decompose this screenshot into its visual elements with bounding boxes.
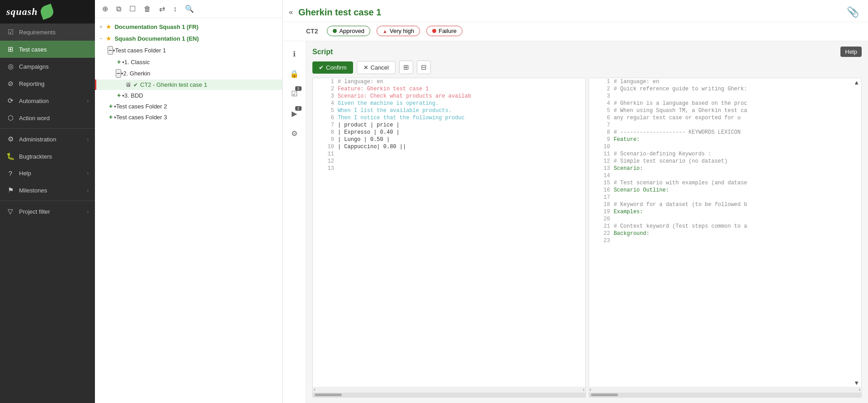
info-icon-btn[interactable]: ℹ xyxy=(286,46,302,62)
ref-scrollbar[interactable] xyxy=(589,393,862,397)
settings-icon-btn[interactable]: ⚙ xyxy=(286,125,302,141)
editor-line: 7 | product | price | xyxy=(313,122,585,129)
sidebar-item-label: Project filter xyxy=(19,208,50,215)
security-icon-btn[interactable]: 🔒 xyxy=(286,66,302,82)
add-folder3-btn[interactable]: + xyxy=(108,113,114,121)
arrow-icon: › xyxy=(87,209,89,214)
sort-tool-btn[interactable]: ↕ xyxy=(171,4,179,14)
code-ref-scroll[interactable]: 1# language: en2# Quick reference guide … xyxy=(589,78,862,387)
result-badge[interactable]: Failure xyxy=(426,26,462,36)
ref-line: 3 xyxy=(589,93,862,100)
editor-scrollbar[interactable] xyxy=(313,393,585,397)
paste-tool-btn[interactable]: ☐ xyxy=(127,4,137,14)
editor-line: 13 xyxy=(313,165,585,172)
failure-dot xyxy=(432,29,436,33)
cancel-btn[interactable]: ✕ Cancel xyxy=(357,61,396,74)
confirm-label: Confirm xyxy=(326,64,347,71)
line-number: 20 xyxy=(589,216,612,223)
add-folder2-btn[interactable]: + xyxy=(108,103,114,110)
sidebar-item-bugtrackters[interactable]: 🐛 Bugtrackters xyxy=(0,148,95,165)
case-meta: CT2 Approved ▲ Very high Failure xyxy=(283,22,868,41)
line-content xyxy=(612,172,861,179)
folder-bdd[interactable]: + ▪ 3. BDD xyxy=(95,90,282,101)
priority-badge[interactable]: ▲ Very high xyxy=(377,26,420,36)
editor-line: 9 | Lungo | 0.50 | xyxy=(313,136,585,143)
scroll-left-arrow[interactable]: ‹ xyxy=(590,387,591,392)
sidebar-item-automation[interactable]: ⟳ Automation › xyxy=(0,92,95,109)
expand-proj1-btn[interactable]: + xyxy=(99,24,102,29)
check-icon-btn[interactable]: ☑ 3 xyxy=(286,85,302,102)
line-content: Given the machine is operating. xyxy=(336,100,585,107)
ref-pane-scroll-down[interactable]: ▼ xyxy=(852,379,861,387)
transfer-tool-btn[interactable]: ⇄ xyxy=(157,4,167,14)
code-editor-scroll[interactable]: 1# language: en2Feature: Gherkin test ca… xyxy=(313,78,585,387)
collapse-tree-btn[interactable]: « xyxy=(289,8,293,16)
confirm-btn[interactable]: ✔ Confirm xyxy=(312,61,353,74)
sidebar-item-administration[interactable]: ⚙ Administration › xyxy=(0,131,95,148)
line-number: 9 xyxy=(313,136,336,143)
scroll-right-arrow[interactable]: › xyxy=(583,387,584,392)
sidebar-item-milestones[interactable]: ⚑ Milestones › xyxy=(0,182,95,199)
line-content xyxy=(336,165,585,172)
case-title: Gherkin test case 1 xyxy=(298,7,381,18)
sidebar-item-help[interactable]: ? Help › xyxy=(0,165,95,182)
editor-line: 10 | Cappuccino| 0.80 || xyxy=(313,143,585,150)
line-content: any regular test case or exported for u xyxy=(612,114,861,122)
folder-gherkin[interactable]: − ▪ 2. Gherkin xyxy=(95,67,282,80)
project-2[interactable]: − ★ Squash Documentation 1 (EN) xyxy=(95,33,282,44)
export-icon-btn[interactable]: ⊟ xyxy=(417,61,431,74)
sidebar-item-label: Action word xyxy=(19,115,50,122)
sidebar-item-reporting[interactable]: ⊘ Reporting xyxy=(0,75,95,92)
ref-pane-scroll-up[interactable]: ▲ xyxy=(852,78,861,87)
line-number: 8 xyxy=(589,129,612,136)
add-bdd-btn[interactable]: + xyxy=(116,92,122,99)
automation-icon: ⟳ xyxy=(6,97,14,105)
sidebar-item-campaigns[interactable]: ◎ Campaigns xyxy=(0,58,95,75)
line-number: 7 xyxy=(313,122,336,129)
expand-gherkin-btn[interactable]: − xyxy=(116,69,121,78)
search-tool-btn[interactable]: 🔍 xyxy=(183,4,196,14)
delete-tool-btn[interactable]: 🗑 xyxy=(142,4,153,14)
sidebar-item-test-cases[interactable]: ⊞ Test cases xyxy=(0,41,95,58)
ref-scrollbar-thumb xyxy=(591,394,618,396)
sidebar-item-action-word[interactable]: ⬡ Action word xyxy=(0,109,95,127)
line-number: 14 xyxy=(589,172,612,179)
add-tool-btn[interactable]: ⊕ xyxy=(100,4,110,14)
sidebar-item-label: Reporting xyxy=(19,80,44,87)
expand-folder1-btn[interactable]: − xyxy=(108,46,113,55)
sidebar-item-requirements[interactable]: ☑ Requirements xyxy=(0,23,95,41)
test-case-ct2[interactable]: 🖥 ✔ CT2 - Gherkin test case 1 xyxy=(95,80,282,90)
add-classic-btn[interactable]: + xyxy=(116,58,122,66)
ref-line: 5# When using Squash TM, a Gherkin test … xyxy=(589,107,862,114)
project-1[interactable]: + ★ Documentation Squash 1 (FR) xyxy=(95,21,282,33)
line-number: 3 xyxy=(313,93,336,100)
import-icon-btn[interactable]: ⊞ xyxy=(399,61,413,74)
scroll-right-arrow[interactable]: › xyxy=(859,387,860,392)
sidebar-item-project-filter[interactable]: ▽ Project filter › xyxy=(0,203,95,220)
script-title: Script xyxy=(312,48,333,56)
line-number: 2 xyxy=(313,85,336,93)
ref-line: 1# language: en xyxy=(589,78,862,85)
expand-proj2-btn[interactable]: − xyxy=(99,36,102,41)
help-icon: ? xyxy=(6,169,14,177)
line-content: When I list the available products. xyxy=(336,107,585,114)
attach-btn[interactable]: 📎 xyxy=(847,6,859,18)
play-icon-btn[interactable]: ▶ 3 xyxy=(286,105,302,122)
folder-gherkin-name: 2. Gherkin xyxy=(123,70,150,77)
project-1-name: Documentation Squash 1 (FR) xyxy=(114,23,198,30)
line-number: 2 xyxy=(589,85,612,93)
folder-classic[interactable]: + ▪ 1. Classic xyxy=(95,56,282,67)
status-badge[interactable]: Approved xyxy=(327,26,370,36)
line-number: 4 xyxy=(589,100,612,107)
requirements-icon: ☑ xyxy=(6,28,14,36)
copy-tool-btn[interactable]: ⧉ xyxy=(114,4,123,14)
scroll-left-arrow[interactable]: ‹ xyxy=(314,387,315,392)
help-btn[interactable]: Help xyxy=(840,47,862,57)
folder-1[interactable]: − ▪ Test cases Folder 1 xyxy=(95,44,282,56)
priority-label: Very high xyxy=(390,28,414,34)
sidebar-item-label: Help xyxy=(19,170,31,177)
folder-3[interactable]: + ▪ Test cases Folder 3 xyxy=(95,112,282,122)
milestones-icon: ⚑ xyxy=(6,186,14,194)
ref-line: 19Examples: xyxy=(589,208,862,216)
folder-2[interactable]: + ▪ Test cases Folder 2 xyxy=(95,101,282,112)
